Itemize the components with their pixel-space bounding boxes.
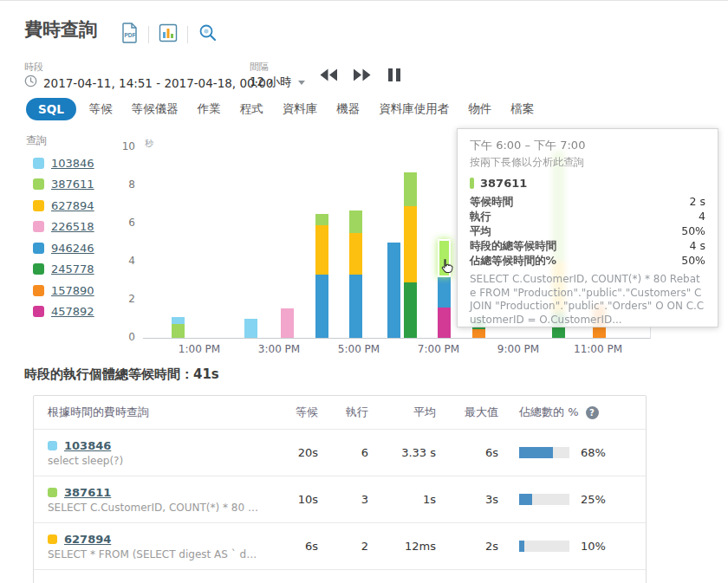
legend-swatch-icon bbox=[33, 178, 44, 190]
pdf-export-button[interactable]: PDF bbox=[121, 23, 139, 46]
legend-item-label[interactable]: 387611 bbox=[51, 178, 94, 191]
header-toolbar: PDF bbox=[121, 23, 218, 46]
tab-file[interactable]: 檔案 bbox=[501, 97, 543, 121]
chart-export-button[interactable] bbox=[159, 23, 178, 45]
pause-button[interactable] bbox=[387, 68, 402, 85]
tooltip-stat-value: 2 s bbox=[690, 194, 705, 209]
bar-segment-387611[interactable] bbox=[349, 211, 362, 233]
bar-segment-627894[interactable] bbox=[315, 225, 328, 275]
tab-object[interactable]: 物件 bbox=[458, 97, 501, 121]
help-icon[interactable]: ? bbox=[586, 406, 599, 419]
tooltip-stat-value: 50% bbox=[681, 253, 705, 268]
legend-item-457892[interactable]: 457892 bbox=[33, 301, 94, 323]
legend-swatch-icon bbox=[33, 306, 44, 317]
period-selector[interactable]: 2017-04-11, 14:51 - 2017-04-18, 00:00 bbox=[24, 74, 273, 91]
wait-value: 10s bbox=[259, 493, 318, 506]
query-id-link[interactable]: 387611 bbox=[64, 486, 111, 499]
tooltip-series-name: 387611 bbox=[480, 177, 527, 190]
y-tick-label: 8 bbox=[109, 178, 135, 191]
bar-segment-387611[interactable] bbox=[404, 172, 417, 207]
table-row[interactable]: 226518 bbox=[34, 569, 646, 583]
query-sql-text: select sleep(?) bbox=[48, 455, 259, 467]
tooltip-stat-label: 等候時間 bbox=[470, 194, 513, 209]
tab-job[interactable]: 作業 bbox=[188, 97, 231, 121]
legend-item-label[interactable]: 946246 bbox=[51, 242, 94, 255]
query-id-link[interactable]: 627894 bbox=[64, 533, 111, 546]
legend-item-label[interactable]: 226518 bbox=[51, 220, 94, 233]
legend-item-label[interactable]: 457892 bbox=[51, 305, 94, 318]
tab-sql[interactable]: SQL bbox=[26, 98, 76, 120]
tab-program[interactable]: 程式 bbox=[231, 97, 273, 121]
legend-swatch-icon bbox=[33, 243, 44, 254]
tooltip-stat-label: 時段的總等候時間 bbox=[470, 238, 556, 253]
fast-forward-button[interactable] bbox=[353, 68, 372, 85]
bar-segment-946246[interactable] bbox=[315, 275, 328, 338]
legend-item-946246[interactable]: 946246 bbox=[33, 237, 94, 259]
col-header-average[interactable]: 平均 bbox=[368, 405, 436, 420]
query-id-link[interactable]: 103846 bbox=[64, 439, 111, 452]
toolbar-divider bbox=[187, 26, 188, 43]
col-header-query[interactable]: 根據時間的費時查詢 bbox=[34, 405, 259, 420]
col-header-max[interactable]: 最大值 bbox=[436, 405, 498, 420]
period-label: 時段 bbox=[24, 61, 43, 74]
tab-database[interactable]: 資料庫 bbox=[273, 97, 328, 121]
tab-db-user[interactable]: 資料庫使用者 bbox=[369, 97, 458, 121]
legend-item-157890[interactable]: 157890 bbox=[33, 280, 94, 301]
interval-dropdown[interactable]: 12 小時 bbox=[250, 74, 305, 90]
interval-value[interactable]: 12 小時 bbox=[250, 74, 291, 90]
bar-segment-226518[interactable] bbox=[281, 308, 294, 338]
x-tick-label: 9:00 PM bbox=[497, 343, 539, 355]
col-header-executions[interactable]: 執行 bbox=[318, 405, 368, 420]
bar-segment-387611[interactable] bbox=[438, 239, 451, 277]
percent-bar-track bbox=[519, 494, 569, 505]
table-header-row: 根據時間的費時查詢 等候 執行 平均 最大值 佔總數的 % ? bbox=[34, 396, 646, 429]
magnifier-icon bbox=[198, 23, 218, 46]
tab-wait[interactable]: 等候 bbox=[80, 97, 122, 121]
tooltip-sql-text: SELECT C.CustomerID, COUNT(*) * 80 Rebat… bbox=[470, 273, 705, 327]
y-tick-label: 4 bbox=[109, 255, 135, 267]
legend-item-387611[interactable]: 387611 bbox=[33, 174, 94, 196]
legend-item-label[interactable]: 103846 bbox=[51, 157, 94, 170]
query-color-swatch-icon bbox=[48, 488, 57, 497]
legend-swatch-icon bbox=[33, 158, 44, 169]
table-row[interactable]: 103846 select sleep(?) 20s 6 3.33 s 6s 6… bbox=[34, 429, 646, 476]
pdf-icon: PDF bbox=[121, 23, 139, 46]
toolbar-divider bbox=[148, 26, 149, 43]
y-tick-label: 10 bbox=[109, 140, 135, 152]
period-value[interactable]: 2017-04-11, 14:51 - 2017-04-18, 00:00 bbox=[43, 76, 273, 90]
tab-machine[interactable]: 機器 bbox=[327, 97, 369, 121]
bar-segment-627894[interactable] bbox=[404, 206, 417, 282]
legend-item-627894[interactable]: 627894 bbox=[33, 195, 94, 217]
legend-title: 查詢 bbox=[26, 133, 47, 148]
bar-chart-icon bbox=[159, 23, 178, 45]
percent-bar-track bbox=[519, 447, 569, 458]
legend-item-label[interactable]: 627894 bbox=[51, 199, 94, 212]
bar-segment-946246[interactable] bbox=[438, 277, 451, 308]
max-value: 3s bbox=[436, 493, 498, 506]
average-value: 12ms bbox=[368, 540, 436, 553]
x-tick-label: 5:00 PM bbox=[338, 343, 380, 355]
bar-segment-103846[interactable] bbox=[244, 319, 257, 338]
bar-segment-387611[interactable] bbox=[315, 214, 328, 225]
bar-segment-946246[interactable] bbox=[349, 275, 362, 338]
legend-item-label[interactable]: 157890 bbox=[51, 284, 94, 297]
tab-wait-instrument[interactable]: 等候儀器 bbox=[122, 97, 188, 121]
percent-bar-fill bbox=[519, 447, 553, 458]
bar-segment-387611[interactable] bbox=[172, 324, 185, 339]
table-row[interactable]: 387611 SELECT C.CustomerID, COUNT(*) * 8… bbox=[34, 476, 646, 522]
bar-segment-457892[interactable] bbox=[438, 308, 451, 338]
queries-table: 根據時間的費時查詢 等候 執行 平均 最大值 佔總數的 % ? 103846 s… bbox=[33, 395, 647, 583]
bar-segment-103846[interactable] bbox=[172, 317, 185, 324]
legend-item-103846[interactable]: 103846 bbox=[33, 152, 94, 174]
bar-segment-627894[interactable] bbox=[349, 233, 362, 275]
zoom-query-button[interactable] bbox=[198, 23, 218, 46]
rewind-button[interactable] bbox=[319, 68, 338, 85]
bar-segment-946246[interactable] bbox=[387, 243, 400, 338]
legend-item-label[interactable]: 245778 bbox=[51, 262, 94, 275]
bar-segment-157890[interactable] bbox=[472, 329, 485, 338]
legend-item-226518[interactable]: 226518 bbox=[33, 217, 94, 238]
legend-item-245778[interactable]: 245778 bbox=[33, 259, 94, 281]
col-header-wait[interactable]: 等候 bbox=[259, 405, 318, 420]
table-row[interactable]: 627894 SELECT * FROM (SELECT digest AS `… bbox=[34, 522, 646, 569]
bar-segment-245778[interactable] bbox=[404, 282, 417, 338]
